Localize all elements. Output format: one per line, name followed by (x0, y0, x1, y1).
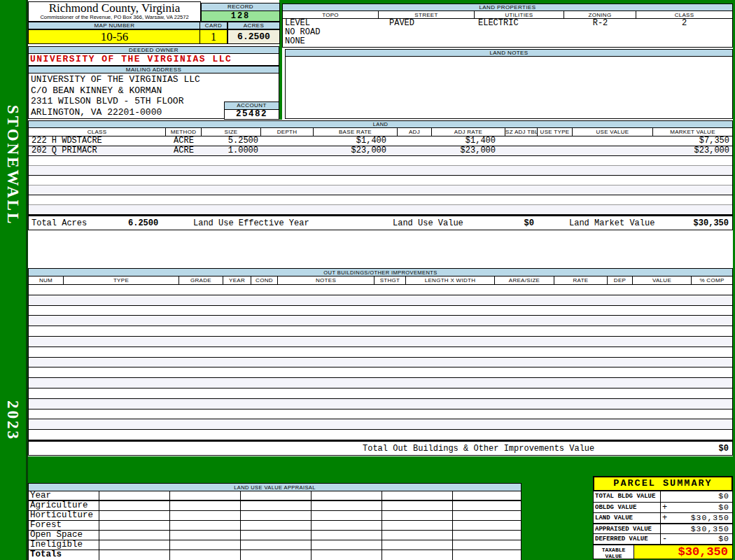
parcel-summary-row: APPRAISED VALUE $30,350 (594, 523, 732, 533)
appraisal-cell (240, 521, 311, 530)
parcel-summary-row: DEFERRED VALUE - $0 (594, 533, 732, 544)
land-empty-row (29, 156, 732, 166)
land-total-row: Total Acres 6.2500 Land Use Effective Ye… (29, 215, 732, 230)
ps-row-value: $0 (672, 503, 732, 512)
land-columns: CLASS METHOD SIZE DEPTH BASE RATE ADJ AD… (29, 128, 732, 136)
ps-row-value: $0 (672, 534, 732, 544)
ps-row-label: LAND VALUE (594, 513, 661, 523)
parcel-summary-body: TOTAL BLDG VALUE $0 OBLDG VALUE + $0 LAN… (593, 491, 733, 559)
out-buildings-section: OUT BUILDINGS/OTHER IMPROVEMENTS NUM TYP… (28, 268, 733, 456)
parcel-summary-section: PARCEL SUMMARY TOTAL BLDG VALUE $0 OBLDG… (593, 476, 733, 559)
col-topo: TOPO (283, 11, 379, 18)
appraisal-cell (99, 550, 169, 560)
ob-empty-row (29, 337, 732, 347)
total-acres-label: Total Acres (31, 218, 87, 228)
ps-row-value: $30,350 (672, 524, 732, 533)
district-vertical-label: STONEWALL (4, 105, 22, 225)
appraisal-cell (382, 540, 452, 550)
col-sz-adj-tbl: SZ ADJ TBL (505, 128, 538, 136)
col-utilities: UTILITIES (475, 11, 564, 18)
ps-row-op (661, 491, 672, 502)
class-value: 2 (636, 19, 732, 28)
appraisal-cell (240, 550, 311, 560)
zoning-value: R-2 (564, 19, 636, 28)
mailing-line: UNIVERSITY OF THE VIRGINIAS LLC (31, 74, 279, 85)
appraisal-row: Open Space (29, 531, 521, 540)
appraisal-cell (99, 531, 169, 540)
appraisal-cell (382, 491, 452, 500)
land-use-type (538, 136, 573, 146)
land-class: 222 H WDSTACRE (29, 136, 166, 146)
col-size: SIZE (202, 128, 261, 136)
land-use-type (538, 146, 573, 155)
out-buildings-columns: NUM TYPE GRADE YEAR COND NOTES STHGT LEN… (29, 276, 732, 285)
land-properties-body: LEVEL PAVED ELECTRIC R-2 2 NO ROAD NONE (282, 19, 733, 48)
parcel-summary-row: LAND VALUE + $30,350 (594, 512, 732, 523)
appraisal-row-label: Horticulture (29, 511, 99, 520)
deeded-owner-value: UNIVERSITY OF THE VIRGINIAS LLC (28, 54, 279, 66)
appraisal-cell (169, 531, 240, 540)
land-method: ACRE (166, 136, 202, 146)
land-adj-rate: $1,400 (432, 136, 505, 146)
col-type: TYPE (64, 276, 179, 284)
col-base-rate: BASE RATE (314, 128, 398, 136)
land-use-value (573, 136, 653, 146)
appraisal-cell (240, 511, 311, 520)
taxable-value-row: TAXABLE VALUE $30,350 (594, 544, 732, 559)
appraisal-cell (382, 511, 452, 520)
appraisal-cell (240, 540, 311, 550)
ob-empty-row (29, 326, 732, 337)
appraisal-row: Totals (29, 550, 521, 560)
appraisal-row: Forest (29, 521, 521, 531)
out-buildings-total-label: Total Out Buildings & Other Improvements… (363, 444, 594, 454)
land-adj (398, 136, 432, 146)
col-pct-comp: % COMP (692, 276, 732, 284)
ob-empty-row (29, 347, 732, 358)
land-use-appraisal-section: LAND USE VALUE APPRAISAL Year Agricultur… (28, 483, 522, 560)
col-length-width: LENGTH X WIDTH (406, 276, 495, 284)
out-buildings-total-row: Total Out Buildings & Other Improvements… (29, 440, 732, 455)
appraisal-row: Agriculture (29, 501, 521, 511)
land-properties-extra-2: NONE (283, 37, 732, 46)
ob-empty-row (29, 410, 732, 420)
ps-row-label: OBLDG VALUE (594, 503, 661, 512)
appraisal-row-label: Agriculture (29, 501, 99, 510)
ob-empty-row (29, 368, 732, 378)
appraisal-cell (99, 491, 169, 500)
appraisal-row-label: Open Space (29, 531, 99, 540)
appraisal-cell (382, 531, 452, 540)
land-depth (261, 136, 314, 146)
appraisal-cell (311, 521, 382, 530)
land-properties-header: LAND PROPERTIES (282, 4, 733, 11)
record-header: RECORD (201, 3, 280, 11)
land-empty-row (29, 166, 732, 176)
land-sz-adj (505, 146, 538, 155)
ps-row-label: DEFERRED VALUE (594, 534, 661, 544)
ps-row-op: - (661, 534, 672, 544)
land-empty-row (29, 205, 732, 215)
map-number-header: MAP NUMBER (28, 22, 201, 29)
col-use-value: USE VALUE (573, 128, 653, 136)
col-use-type: USE TYPE (538, 128, 573, 136)
col-class: CLASS (29, 128, 166, 136)
land-properties-extra-1: NO ROAD (283, 28, 732, 37)
taxable-label-line1: TAXABLE (594, 547, 634, 553)
card-value: 1 (200, 29, 227, 44)
land-use-effective-year-label: Land Use Effective Year (193, 218, 309, 228)
land-sz-adj (505, 136, 538, 146)
land-market-value: $23,000 (653, 146, 732, 155)
ob-empty-row (29, 295, 732, 306)
land-title: LAND (29, 121, 732, 128)
map-number-value: 10-56 (28, 29, 201, 44)
col-value: VALUE (633, 276, 692, 284)
taxable-value-label: TAXABLE VALUE (594, 545, 634, 559)
ob-empty-row (29, 430, 732, 440)
appraisal-row: Ineligible (29, 540, 521, 550)
parcel-summary-title: PARCEL SUMMARY (593, 476, 733, 491)
appraisal-row-label: Ineligible (29, 540, 99, 550)
appraisal-cell (452, 521, 521, 530)
ob-empty-row (29, 316, 732, 326)
appraisal-cell (452, 501, 521, 510)
col-cond: COND (251, 276, 278, 284)
col-year: YEAR (223, 276, 251, 284)
